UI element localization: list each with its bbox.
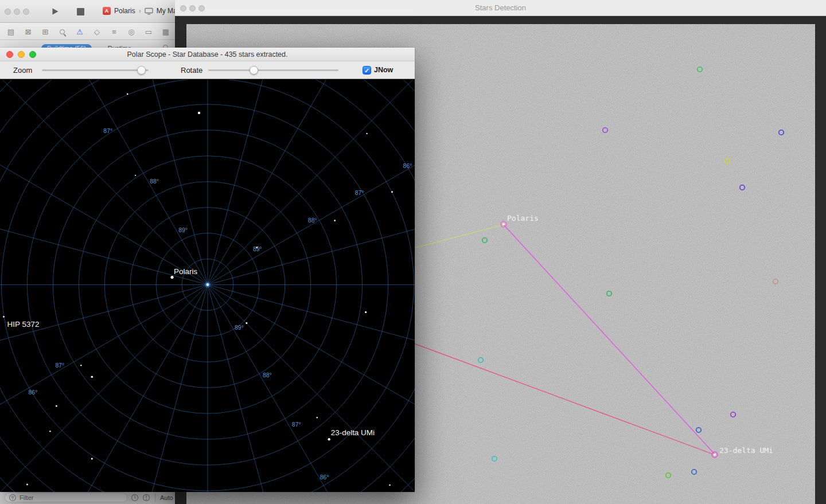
breakpoint-navigator-icon[interactable]: ◎ xyxy=(123,24,140,40)
zoom-slider-thumb[interactable] xyxy=(137,66,146,75)
source-control-navigator-icon[interactable]: ⊠ xyxy=(20,24,37,40)
rotate-slider[interactable] xyxy=(208,66,338,75)
svg-text:88°: 88° xyxy=(150,178,159,185)
stars-detection-titlebar: Stars Detection xyxy=(175,0,826,16)
filter-icon xyxy=(9,494,17,502)
svg-text:23-delta UMi: 23-delta UMi xyxy=(719,446,773,455)
divider xyxy=(155,493,155,502)
svg-text:89°: 89° xyxy=(235,325,244,331)
scheme-selector[interactable]: A Polaris › My Mac xyxy=(103,7,181,15)
close-button[interactable] xyxy=(5,9,11,15)
filter-field[interactable] xyxy=(5,493,127,502)
issue-navigator-icon[interactable]: ⚠ xyxy=(71,24,88,40)
window-title: Stars Detection xyxy=(175,3,826,12)
test-navigator-icon[interactable]: ◇ xyxy=(88,24,106,40)
svg-text:HIP 5372: HIP 5372 xyxy=(7,320,39,329)
debug-navigator-icon[interactable]: ≡ xyxy=(106,24,123,40)
svg-text:88°: 88° xyxy=(308,217,317,224)
svg-text:Polaris: Polaris xyxy=(174,267,197,276)
polar-scope-window: Polar Scope - Star Database - 435 stars … xyxy=(0,48,415,492)
window-title: Polar Scope - Star Database - 435 stars … xyxy=(0,50,415,58)
polar-scope-titlebar: Polar Scope - Star Database - 435 stars … xyxy=(0,48,415,61)
svg-text:86°: 86° xyxy=(403,163,412,169)
scheme-project-label: Polaris xyxy=(114,7,135,15)
extra-navigator-icon[interactable]: ▦ xyxy=(157,24,174,40)
polar-scope-toolbar: Zoom Rotate ✓ JNow xyxy=(0,61,415,79)
svg-text:87°: 87° xyxy=(55,362,64,369)
svg-text:89°: 89° xyxy=(253,246,262,252)
zoom-button[interactable] xyxy=(23,9,29,15)
minimize-button[interactable] xyxy=(14,9,20,15)
scheme-app-icon: A xyxy=(103,7,111,15)
rotate-slider-thumb[interactable] xyxy=(250,66,258,75)
find-navigator-icon[interactable] xyxy=(54,24,71,40)
svg-text:86°: 86° xyxy=(320,474,329,480)
auto-label[interactable]: Auto xyxy=(160,494,173,501)
jnow-checkbox[interactable]: ✓ xyxy=(363,66,371,75)
rotate-label: Rotate xyxy=(181,66,202,75)
svg-text:86°: 86° xyxy=(29,389,38,396)
chevron-separator: › xyxy=(139,7,141,15)
checkmark-icon: ✓ xyxy=(363,67,371,75)
svg-text:87°: 87° xyxy=(292,421,301,428)
symbol-navigator-icon[interactable]: ⊞ xyxy=(37,24,54,40)
zoom-label: Zoom xyxy=(13,66,32,75)
stop-button[interactable] xyxy=(77,8,84,15)
svg-text:87°: 87° xyxy=(103,128,112,134)
jnow-label: JNow xyxy=(374,66,393,74)
svg-text:23-delta UMi: 23-delta UMi xyxy=(331,428,375,437)
errors-only-icon[interactable] xyxy=(142,494,150,502)
play-icon xyxy=(51,7,59,15)
filter-input[interactable] xyxy=(20,494,111,501)
zoom-slider-track[interactable] xyxy=(42,69,149,71)
svg-text:89°: 89° xyxy=(178,227,188,233)
project-navigator-icon[interactable]: ▤ xyxy=(2,24,20,40)
zoom-slider[interactable] xyxy=(42,66,149,75)
polar-scope-chart: 89°88°87°89°88°87°86°89°88°87°86°87°86° … xyxy=(0,80,415,492)
star-chart-canvas: 89°88°87°89°88°87°86°89°88°87°86°87°86° … xyxy=(0,80,415,492)
svg-text:88°: 88° xyxy=(263,372,272,378)
rotate-slider-track[interactable] xyxy=(208,69,338,71)
svg-text:87°: 87° xyxy=(355,190,364,196)
run-button[interactable] xyxy=(50,7,60,16)
svg-text:Polaris: Polaris xyxy=(507,214,539,222)
device-icon xyxy=(145,7,153,15)
clock-icon[interactable] xyxy=(131,494,139,502)
report-navigator-icon[interactable]: ▭ xyxy=(140,24,157,40)
